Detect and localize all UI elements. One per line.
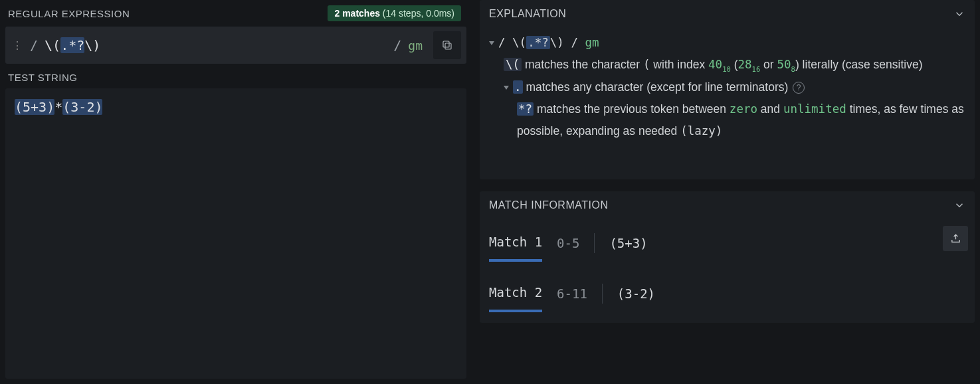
explanation-body[interactable]: / \(.*?\) / gm \( matches the character … [480,28,975,179]
regex-pattern[interactable]: \(.*?\) [45,37,387,53]
regex-section-header: REGULAR EXPRESSION 2 matches (14 steps, … [5,0,466,27]
regex-delimiter-close: / [393,37,401,53]
match-info-body: Match 1 0-5 (5+3) Match 2 6-11 (3-2) [480,219,975,323]
svg-rect-1 [443,41,449,47]
match-range: 6-11 [557,282,587,306]
match-label: Match 2 [489,280,542,307]
match-range: 0-5 [557,231,579,255]
match-text: (5+3) [609,231,647,255]
match-info-panel: MATCH INFORMATION Match 1 0-5 (5+3) Matc… [480,191,975,323]
divider [602,284,603,304]
explain-line-starq: *? matches the previous token between ze… [489,98,965,143]
match-row[interactable]: Match 1 0-5 (5+3) [489,230,965,256]
test-section-header: TEST STRING [5,66,466,88]
match-text: (3-2) [617,282,655,306]
regex-delimiter-open: / [30,37,38,53]
export-matches-button[interactable] [943,226,968,251]
explain-line-paren: \( matches the character ( with index 40… [489,54,965,76]
match-info-header[interactable]: MATCH INFORMATION [480,191,975,219]
tree-caret-icon[interactable] [489,41,494,45]
drag-handle-icon[interactable]: ⋮ [11,39,23,52]
tree-caret-icon[interactable] [504,86,509,90]
regex-flags[interactable]: gm [408,39,427,52]
matches-badge: 2 matches (14 steps, 0.0ms) [328,5,461,21]
explanation-header[interactable]: EXPLANATION [480,0,975,28]
test-match-2: (3-2) [62,99,102,115]
match-row[interactable]: Match 2 6-11 (3-2) [489,280,965,307]
match-label: Match 1 [489,230,542,256]
explain-line-dot: . matches any character (except for line… [489,76,965,98]
chevron-down-icon [953,8,965,20]
export-icon [950,233,961,244]
svg-rect-0 [445,43,451,49]
test-match-1: (5+3) [15,99,54,115]
test-string-input[interactable]: (5+3)*(3-2) [5,88,466,379]
regex-input-bar[interactable]: ⋮ / \(.*?\) / gm [5,27,466,64]
info-icon[interactable]: ? [793,82,805,94]
copy-regex-button[interactable] [433,31,461,59]
chevron-down-icon [953,199,965,211]
test-title: TEST STRING [8,72,77,83]
regex-title: REGULAR EXPRESSION [8,8,130,19]
explanation-panel: EXPLANATION / \(.*?\) / gm \( matches th… [480,0,975,179]
divider [594,233,595,253]
copy-icon [441,39,453,51]
